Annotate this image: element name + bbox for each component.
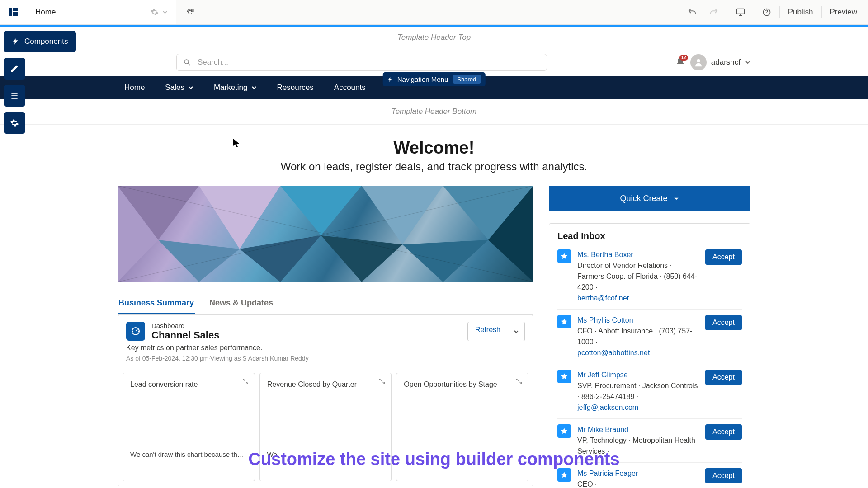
- refresh-button[interactable]: [176, 0, 205, 24]
- nav-item-marketing[interactable]: Marketing: [214, 83, 257, 92]
- accept-button[interactable]: Accept: [705, 315, 742, 330]
- nav-item-accounts[interactable]: Accounts: [334, 83, 366, 92]
- lead-email[interactable]: bertha@fcof.net: [577, 293, 699, 304]
- svg-marker-18: [158, 240, 240, 282]
- dashboard-meta: As of 05-Feb-2024, 12:30 pm·Viewing as S…: [118, 355, 533, 368]
- desktop-view-button[interactable]: [730, 4, 751, 21]
- dashboard-kicker: Dashboard: [151, 322, 219, 329]
- builder-toolbar-right: Publish Preview: [682, 4, 868, 21]
- svg-marker-24: [402, 240, 488, 282]
- components-label: Components: [24, 37, 68, 46]
- svg-marker-17: [199, 186, 280, 249]
- svg-rect-5: [11, 93, 17, 94]
- builder-toolbar-left: Home: [0, 0, 205, 24]
- help-button[interactable]: [757, 4, 777, 20]
- svg-point-8: [184, 60, 189, 64]
- accept-button[interactable]: Accept: [705, 370, 742, 385]
- search-icon: [183, 58, 191, 66]
- svg-rect-3: [737, 9, 745, 14]
- lead-inbox-title: Lead Inbox: [557, 231, 742, 241]
- undo-button[interactable]: [682, 4, 703, 21]
- expand-icon[interactable]: [378, 378, 386, 385]
- lead-icon: [557, 468, 571, 482]
- lead-email[interactable]: jeffg@jackson.com: [577, 402, 699, 413]
- lead-details: CFO · Abbott Insurance · (703) 757-1000 …: [577, 326, 699, 347]
- lead-icon: [557, 424, 571, 438]
- accept-button[interactable]: Accept: [705, 424, 742, 440]
- divider: [821, 6, 822, 18]
- lead-details: SVP, Procurement · Jackson Controls · 88…: [577, 380, 699, 402]
- accept-button[interactable]: Accept: [705, 249, 742, 265]
- template-header-top-zone[interactable]: Template Header Top: [0, 27, 868, 48]
- welcome-subtitle: Work on leads, register deals, and track…: [118, 160, 750, 173]
- nav-item-resources[interactable]: Resources: [277, 83, 314, 92]
- dashboard-title: Channel Sales: [151, 329, 219, 341]
- user-area: 12 adarshcf: [675, 54, 750, 70]
- notifications-button[interactable]: 12: [675, 57, 686, 68]
- widget-lead-conversion: Lead conversion rate We can't draw this …: [123, 373, 255, 481]
- selected-component-name: Navigation Menu: [397, 75, 448, 83]
- divider: [754, 6, 754, 18]
- lead-item: Mr Jeff Glimpse SVP, Procurement · Jacks…: [557, 364, 742, 418]
- widget-title: Lead conversion rate: [130, 380, 247, 389]
- lead-name[interactable]: Ms. Bertha Boxer: [577, 249, 699, 260]
- svg-rect-0: [9, 8, 12, 16]
- lead-name[interactable]: Ms Patricia Feager: [577, 468, 699, 479]
- lead-icon: [557, 315, 571, 328]
- tutorial-caption: Customize the site using builder compone…: [248, 450, 619, 469]
- gear-icon[interactable]: [151, 8, 159, 16]
- builder-sidebar: Components: [4, 31, 76, 134]
- widget-title: Open Opportunities by Stage: [404, 380, 521, 389]
- lead-details: CEO ·: [577, 479, 699, 488]
- notification-count-badge: 12: [679, 55, 688, 61]
- user-avatar[interactable]: [690, 54, 707, 70]
- page-settings-group[interactable]: [151, 8, 168, 16]
- main-content: Welcome! Work on leads, register deals, …: [118, 138, 750, 488]
- nav-item-home[interactable]: Home: [124, 83, 145, 92]
- dashboard-icon: [126, 322, 145, 341]
- svg-rect-1: [13, 8, 18, 11]
- expand-icon[interactable]: [242, 378, 249, 385]
- page-structure-button[interactable]: [4, 85, 25, 107]
- global-search-input[interactable]: Search...: [176, 54, 547, 71]
- builder-toolbar: Home Publish Preview: [0, 0, 868, 25]
- refresh-dashboard-button[interactable]: Refresh: [467, 322, 508, 341]
- right-column: Quick Create Lead Inbox Ms. Bertha Boxer…: [549, 186, 750, 488]
- lead-name[interactable]: Mr Jeff Glimpse: [577, 370, 699, 380]
- settings-panel-button[interactable]: [4, 112, 25, 134]
- lead-item: Ms Phyllis Cotton CFO · Abbott Insurance…: [557, 309, 742, 364]
- template-header-bottom-zone[interactable]: Template Header Bottom: [0, 99, 868, 125]
- chevron-down-icon: [673, 196, 679, 202]
- lead-name[interactable]: Ms Phyllis Cotton: [577, 315, 699, 326]
- accept-button[interactable]: Accept: [705, 468, 742, 483]
- expand-icon[interactable]: [515, 378, 523, 385]
- left-column: Business Summary News & Updates Dashboar…: [118, 186, 533, 488]
- tab-business-summary[interactable]: Business Summary: [118, 293, 195, 314]
- dashboard-more-button[interactable]: [508, 322, 525, 341]
- svg-rect-6: [11, 95, 17, 96]
- chevron-down-icon[interactable]: [162, 9, 168, 15]
- shared-tag: Shared: [453, 75, 481, 84]
- page-selector[interactable]: Home: [27, 0, 176, 24]
- svg-point-9: [697, 59, 700, 62]
- components-panel-button[interactable]: Components: [4, 31, 76, 52]
- component-selection-label[interactable]: Navigation Menu Shared: [383, 72, 486, 86]
- preview-button[interactable]: Preview: [825, 4, 863, 20]
- search-placeholder: Search...: [198, 58, 228, 67]
- lightning-icon: [387, 77, 393, 82]
- user-name: adarshcf: [711, 58, 741, 67]
- lead-email[interactable]: pcotton@abbottins.net: [577, 347, 699, 358]
- publish-button[interactable]: Publish: [783, 4, 819, 20]
- dashboard-subtitle: Key metrics on partner sales performance…: [118, 344, 533, 355]
- lightning-icon: [12, 38, 19, 45]
- quick-create-label: Quick Create: [620, 194, 667, 203]
- theme-panel-button[interactable]: [4, 58, 25, 80]
- chevron-down-icon[interactable]: [745, 60, 750, 65]
- redo-button[interactable]: [703, 4, 724, 21]
- lead-name[interactable]: Mr Mike Braund: [577, 424, 699, 435]
- tab-news-updates[interactable]: News & Updates: [208, 293, 274, 314]
- app-logo-icon[interactable]: [0, 0, 27, 24]
- nav-item-sales[interactable]: Sales: [165, 83, 193, 92]
- quick-create-button[interactable]: Quick Create: [549, 186, 750, 211]
- widget-title: Revenue Closed by Quarter: [267, 380, 384, 389]
